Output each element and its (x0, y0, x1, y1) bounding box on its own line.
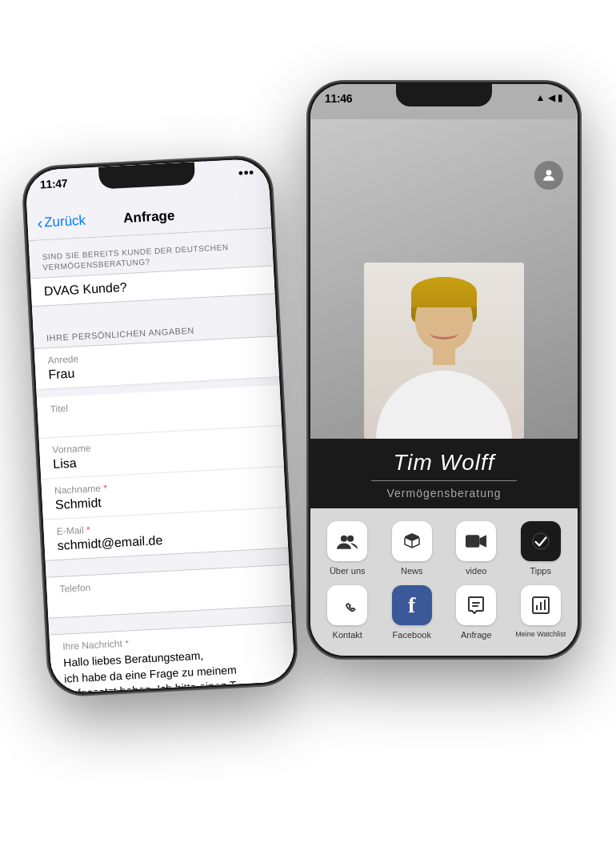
kontakt-icon (327, 585, 367, 625)
action-anfrage[interactable]: Anfrage (446, 585, 507, 640)
video-icon (456, 521, 496, 561)
action-grid: Über uns News (310, 508, 578, 656)
notch-back (98, 162, 195, 189)
message-box: Ihre Nachricht * Hallo liebes Beratungst… (49, 621, 294, 693)
profile-name-bar: Tim Wolff Vermögensberatung (310, 439, 578, 508)
profile-header (310, 119, 578, 439)
action-tipps[interactable]: Tipps (510, 521, 572, 576)
anfrage-icon (456, 585, 496, 625)
profile-photo (364, 263, 524, 439)
profile-name: Tim Wolff (323, 450, 565, 476)
facebook-icon: f (392, 585, 432, 625)
person-illustration (364, 263, 524, 439)
anfrage-label: Anfrage (461, 630, 492, 640)
svg-marker-5 (480, 535, 487, 548)
profile-subtitle: Vermögensberatung (386, 487, 501, 500)
status-icons-front: ▲ ◀ ▮ (535, 92, 563, 103)
nav-title: Anfrage (123, 207, 175, 226)
form-body: SIND SIE BEREITS KUNDE DER DEUTSCHENVERM… (29, 228, 295, 693)
action-facebook[interactable]: f Facebook (382, 585, 443, 640)
svg-point-2 (347, 535, 354, 541)
svg-point-0 (546, 170, 552, 175)
action-video[interactable]: video (446, 521, 507, 576)
kontakt-label: Kontakt (333, 630, 362, 640)
chevron-icon: ‹ (37, 214, 43, 230)
video-label: video (466, 566, 486, 576)
watchlist-label: Meine Watchlist (515, 630, 566, 638)
dvag-value: DVAG Kunde? (44, 273, 262, 299)
profile-screen: 11:46 ▲ ◀ ▮ (310, 84, 578, 656)
action-kontakt[interactable]: Kontakt (317, 585, 378, 640)
watchlist-icon (521, 585, 561, 625)
phone-front: 11:46 ▲ ◀ ▮ (308, 82, 580, 658)
time-back: 11:47 (40, 176, 68, 191)
news-label: News (401, 566, 423, 576)
smile (430, 327, 458, 339)
phone-back-inner: 11:47 ●●● ‹ Zurück Anfrage SIND SIE BERE… (25, 158, 295, 693)
person-body (376, 371, 512, 439)
user-icon[interactable] (534, 161, 563, 190)
ueber-uns-label: Über uns (330, 566, 366, 576)
notch-front (396, 84, 492, 106)
scene: 11:47 ●●● ‹ Zurück Anfrage SIND SIE BERE… (20, 34, 596, 818)
nav-back-button[interactable]: ‹ Zurück (37, 212, 86, 231)
action-news[interactable]: News (382, 521, 443, 576)
tipps-label: Tipps (530, 566, 552, 576)
news-icon (392, 521, 432, 561)
status-icons-back: ●●● (238, 167, 254, 177)
time-front: 11:46 (325, 92, 352, 105)
name-divider (371, 480, 516, 481)
person-hair-top (411, 277, 477, 307)
svg-rect-4 (466, 535, 479, 548)
person-neck (433, 347, 455, 365)
action-ueber-uns[interactable]: Über uns (317, 521, 378, 576)
action-watchlist[interactable]: Meine Watchlist (510, 585, 572, 640)
personal-fields: Anrede Frau Titel Vorname Lisa (34, 335, 289, 561)
phone-back: 11:47 ●●● ‹ Zurück Anfrage SIND SIE BERE… (22, 155, 298, 696)
ueber-uns-icon (327, 521, 367, 561)
facebook-label: Facebook (393, 630, 431, 640)
back-label: Zurück (44, 212, 86, 231)
form-screen: 11:47 ●●● ‹ Zurück Anfrage SIND SIE BERE… (25, 158, 295, 693)
phone-front-inner: 11:46 ▲ ◀ ▮ (310, 84, 578, 656)
svg-point-1 (341, 535, 347, 541)
tipps-icon (521, 521, 561, 561)
